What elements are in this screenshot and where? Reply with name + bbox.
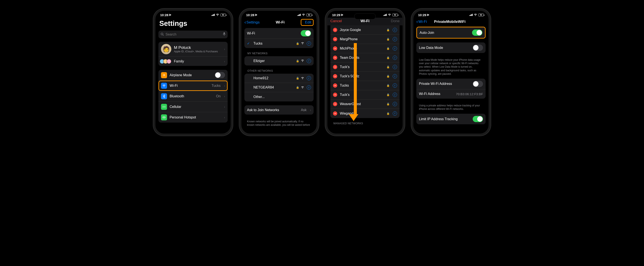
ask-footer: Known networks will be joined automatica… [244,118,314,127]
other-network-row[interactable]: Other... [244,92,314,101]
lock-icon: 🔒 [386,84,390,87]
network-label: Joyce Google [340,28,384,32]
info-icon[interactable]: i [393,83,397,88]
other-label: Other... [254,95,311,99]
search-input[interactable] [158,31,228,38]
family-label: Family [174,59,220,63]
network-row[interactable]: Ellziger 🔒 i [244,56,314,65]
lock-icon: 🔒 [386,93,390,96]
hotspot-row[interactable]: Personal Hotspot › [158,112,228,122]
auto-join-label: Auto-Join [420,31,470,35]
info-icon[interactable]: i [393,111,397,116]
low-data-row[interactable]: Low Data Mode [416,42,486,53]
low-data-footer: Low Data Mode helps reduce your iPhone d… [416,57,486,79]
lock-icon: 🔒 [386,47,390,50]
network-label: WeaverGuest [340,102,384,106]
private-address-toggle[interactable] [473,81,483,87]
network-edit-row[interactable]: −MargPhone🔒i [330,35,400,44]
info-icon[interactable]: i [307,41,311,46]
info-icon[interactable]: i [307,59,311,63]
network-edit-row[interactable]: −WeaverGuest🔒i [330,99,400,109]
cellular-label: Cellular [170,105,220,109]
profile-subtitle: Apple ID, iCloud+, Media & Purchases [174,50,220,53]
airplane-toggle[interactable] [215,72,225,78]
lock-icon: 🔒 [386,65,390,68]
info-icon[interactable]: i [393,102,397,106]
avatar: 🧑 [161,44,171,54]
network-label: Ellziger [254,59,294,63]
connected-network-row[interactable]: ✓ Tucks 🔒 i [244,39,314,48]
info-icon[interactable]: i [393,56,397,60]
delete-icon[interactable]: − [333,83,337,88]
network-label: Team Doorts [340,56,384,60]
search-icon [160,33,164,37]
auto-join-toggle[interactable] [472,30,482,36]
ask-to-join-row[interactable]: Ask to Join Networks Ask › [244,105,314,114]
wifi-row[interactable]: Wi-Fi Tucks › [158,81,228,91]
low-data-label: Low Data Mode [419,46,470,50]
wifi-value: Tucks [212,84,220,88]
page-title: Settings [158,18,228,31]
auto-join-row[interactable]: Auto-Join [417,27,485,38]
wifi-toggle[interactable] [301,30,311,36]
network-row[interactable]: Home912 🔒 i [244,74,314,83]
bluetooth-row[interactable]: Bluetooth On › [158,91,228,102]
delete-icon[interactable]: − [333,46,337,51]
info-icon[interactable]: i [393,93,397,97]
delete-icon[interactable]: − [333,111,337,116]
private-address-row[interactable]: Private Wi-Fi Address [416,79,486,89]
wifi-icon [388,13,391,17]
cancel-button[interactable]: Cancel [330,19,343,23]
delete-icon[interactable]: − [333,74,337,78]
bluetooth-value: On [216,94,220,98]
network-label: Tucks [340,84,384,87]
connected-network-label: Tucks [254,42,294,45]
edit-button[interactable]: Edit [301,19,314,26]
done-button[interactable]: Done [387,19,400,23]
delete-icon[interactable]: − [333,37,337,41]
lock-icon: 🔒 [296,86,299,89]
network-edit-row[interactable]: −Joyce Google🔒i [330,25,400,35]
network-edit-row[interactable]: −Tuck's 5GHz🔒i [330,72,400,81]
network-label: NETGEAR84 [254,85,294,89]
location-arrow-icon: ➤ [427,13,430,17]
info-icon[interactable]: i [307,76,311,80]
network-edit-row[interactable]: −MichPhone🔒i [330,44,400,53]
back-button[interactable]: ‹Settings [244,20,260,25]
delete-icon[interactable]: − [333,56,337,60]
ask-value: Ask [301,108,307,112]
info-icon[interactable]: i [393,74,397,78]
limit-ip-row[interactable]: Limit IP Address Tracking [416,114,486,124]
delete-icon[interactable]: − [333,93,337,97]
airplane-mode-row[interactable]: ✈︎ Airplane Mode [158,70,228,81]
cellular-row[interactable]: Cellular › [158,102,228,112]
clock: 10:29 [332,13,340,17]
checkmark-icon: ✓ [247,41,251,45]
network-edit-row[interactable]: −Team Doorts🔒i [330,53,400,62]
info-icon[interactable]: i [393,37,397,41]
delete-icon[interactable]: − [333,28,337,32]
network-edit-row[interactable]: −Tucks🔒i [330,81,400,90]
low-data-toggle[interactable] [473,45,483,51]
mic-icon[interactable] [223,32,226,37]
limit-ip-toggle[interactable] [473,116,483,122]
network-edit-row[interactable]: −Wiegand🔒i [330,109,400,118]
wifi-toggle-row[interactable]: Wi-Fi [244,28,314,39]
apple-id-row[interactable]: 🧑 M Potuck Apple ID, iCloud+, Media & Pu… [158,42,228,57]
phone-wifi-list: 10:28➤ 82 ‹Settings Wi-Fi Edit Wi-Fi ✓ T… [239,9,319,136]
info-icon[interactable]: i [393,65,397,69]
wifi-signal-icon [301,42,304,45]
info-icon[interactable]: i [307,85,311,90]
info-icon[interactable]: i [393,46,397,51]
private-address-footer: Using a private address helps reduce tra… [416,102,486,114]
delete-icon[interactable]: − [333,65,337,69]
network-edit-row[interactable]: −Tuck's🔒i [330,62,400,72]
back-button[interactable]: ‹Wi-Fi [416,19,427,25]
airplane-icon: ✈︎ [161,72,167,78]
network-row[interactable]: NETGEAR84 🔒 i [244,83,314,92]
delete-icon[interactable]: − [333,102,337,106]
family-row[interactable]: Family › [158,57,228,66]
network-edit-row[interactable]: −Tuck's🔒i [330,90,400,99]
battery-icon: 82 [392,14,398,16]
info-icon[interactable]: i [393,28,397,32]
